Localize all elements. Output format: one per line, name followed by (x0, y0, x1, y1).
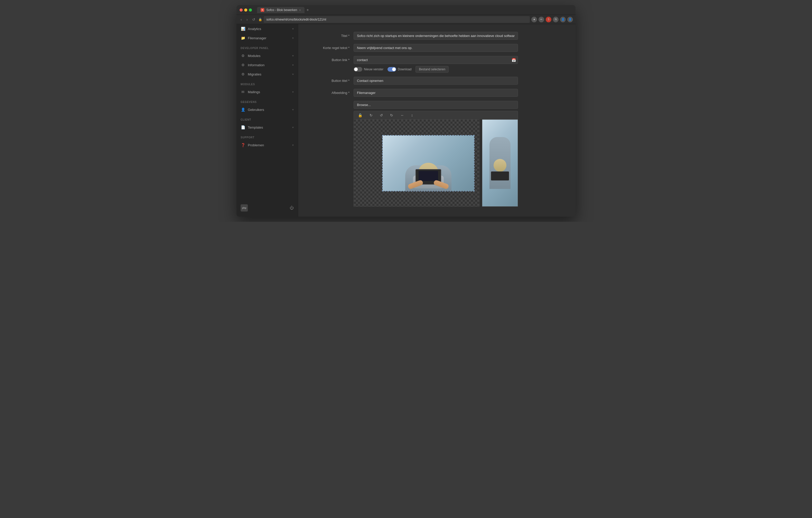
nieuw-venster-label: Nieuw venster (364, 67, 383, 71)
download-label: Download (398, 67, 411, 71)
sidebar-item-information[interactable]: ⚙ Information ▾ (236, 60, 298, 69)
sidebar-item-analytics[interactable]: 📊 Analytics ▾ (236, 24, 298, 33)
support-label: SUPPORT (236, 132, 298, 141)
afbeelding-label: Afbeelding * (309, 89, 349, 95)
titel-field (354, 32, 518, 40)
sidebar-gebruikers-label: Gebruikers (248, 108, 290, 112)
chevron-down-icon: ▾ (292, 63, 294, 67)
korte-regel-row: Korte regel tekst * (309, 44, 565, 52)
traffic-lights (240, 8, 252, 11)
forward-button[interactable]: › (245, 17, 249, 23)
lock-tool-button[interactable]: 🔒 (356, 113, 364, 118)
back-button[interactable]: ‹ (239, 17, 243, 23)
button-link-field: 📅 Nieuw venster Download Bestand selecte… (354, 56, 518, 73)
flip-tool-button[interactable]: ↔ (399, 113, 405, 118)
sidebar-filemanager-label: Filemanager (248, 36, 290, 40)
laptop-display (418, 171, 438, 181)
reload-button[interactable]: ↺ (251, 17, 257, 23)
button-titel-input[interactable] (354, 77, 518, 85)
browser-window: S Sofco - Blok bewerken × + ‹ › ↺ 🔒 ★ ✏ … (236, 5, 576, 217)
address-bar[interactable] (264, 16, 530, 23)
image-main-canvas[interactable] (354, 119, 480, 207)
sidebar-information-label: Information (248, 63, 290, 67)
sidebar-item-gebruikers[interactable]: 👤 Gebruikers ▾ (236, 105, 298, 114)
refresh-tool-button[interactable]: ↻ (368, 113, 374, 118)
chevron-down-icon: ▾ (292, 90, 294, 94)
edit-icon[interactable]: ✏ (539, 17, 544, 22)
image-canvas-area (354, 119, 518, 207)
lock-icon: 🔒 (258, 18, 262, 21)
korte-regel-field (354, 44, 518, 52)
gegevens-label: GEGEVENS (236, 96, 298, 105)
button-titel-field (354, 77, 518, 85)
nieuw-venster-toggle[interactable] (354, 67, 362, 71)
toolbar-icons: ★ ✏ S N 👤 👤 (531, 17, 573, 22)
user-icon-1[interactable]: S (546, 17, 551, 22)
minimize-traffic-light[interactable] (244, 8, 247, 11)
arrows-tool-button[interactable]: ↕ (410, 113, 414, 118)
image-editor: 🔒 ↻ ↺ ↻ ↔ ↕ (354, 111, 518, 207)
toggle-row: Nieuw venster Download Bestand selectere… (354, 66, 518, 73)
sidebar-templates-label: Templates (248, 125, 290, 129)
bookmark-icon[interactable]: ★ (531, 17, 537, 22)
chevron-down-icon: ▾ (292, 108, 294, 112)
maximize-traffic-light[interactable] (249, 8, 252, 11)
tab-close-icon[interactable]: × (299, 8, 301, 11)
photo-background (383, 135, 474, 191)
button-link-input[interactable] (354, 56, 518, 64)
modules-section-label: MODULES (236, 79, 298, 87)
sidebar-item-mailings[interactable]: ✉ Mailings ▾ (236, 87, 298, 96)
redo-tool-button[interactable]: ↻ (388, 113, 395, 118)
chevron-down-icon: ▾ (292, 73, 294, 76)
tab-title: Sofco - Blok bewerken (266, 8, 297, 12)
download-toggle[interactable] (387, 67, 396, 71)
sidebar: 📊 Analytics ▾ 📁 Filemanager ▾ DEVELOPER … (236, 24, 298, 217)
sidebar-item-templates[interactable]: 📄 Templates ▾ (236, 123, 298, 132)
korte-regel-input[interactable] (354, 44, 518, 52)
problemen-icon: ❓ (241, 143, 245, 147)
power-icon[interactable]: ⏻ (290, 206, 294, 210)
undo-tool-button[interactable]: ↺ (378, 113, 384, 118)
sidebar-modules-label: Modules (248, 54, 290, 58)
titel-input[interactable] (354, 32, 518, 40)
chevron-down-icon: ▾ (292, 27, 294, 31)
analytics-icon: 📊 (241, 26, 245, 31)
sidebar-footer: php ⏻ (236, 202, 298, 214)
sidebar-item-filemanager[interactable]: 📁 Filemanager ▾ (236, 33, 298, 42)
thumb-laptop (491, 172, 509, 180)
download-toggle-group: Download (387, 67, 411, 71)
chevron-down-icon: ▾ (292, 126, 294, 129)
gebruikers-icon: 👤 (241, 107, 245, 112)
migraties-icon: ⚙ (241, 72, 245, 77)
user-icon-3[interactable]: 👤 (567, 17, 573, 22)
browser-toolbar: ‹ › ↺ 🔒 ★ ✏ S N 👤 👤 (236, 15, 576, 24)
sidebar-item-modules[interactable]: ⚙ Modules ▾ (236, 51, 298, 60)
browse-row: Browse... (354, 101, 518, 109)
filemanager-icon: 📁 (241, 36, 245, 40)
extension-icon[interactable]: N (553, 17, 558, 22)
browser-titlebar: S Sofco - Blok bewerken × + (236, 5, 576, 15)
templates-icon: 📄 (241, 125, 245, 130)
client-label: CLIENT (236, 114, 298, 123)
button-link-input-wrapper: 📅 (354, 56, 518, 64)
image-thumbnail[interactable] (482, 119, 518, 207)
php-badge: php (241, 204, 248, 212)
sidebar-problemen-label: Problemen (248, 143, 290, 147)
button-link-label: Button link * (309, 56, 349, 62)
app-body: 📊 Analytics ▾ 📁 Filemanager ▾ DEVELOPER … (236, 24, 576, 217)
afbeelding-field (354, 89, 518, 97)
korte-regel-label: Korte regel tekst * (309, 44, 349, 50)
active-tab[interactable]: S Sofco - Blok bewerken × (257, 7, 304, 13)
user-icon-2[interactable]: 👤 (560, 17, 566, 22)
bestand-selecteren-button[interactable]: Bestand selecteren (415, 66, 448, 73)
tab-bar: S Sofco - Blok bewerken × + (257, 7, 572, 13)
calendar-icon-button[interactable]: 📅 (512, 58, 516, 62)
browse-button[interactable]: Browse... (354, 101, 518, 109)
mailings-icon: ✉ (241, 90, 245, 94)
close-traffic-light[interactable] (240, 8, 243, 11)
sidebar-item-migraties[interactable]: ⚙ Migraties ▾ (236, 69, 298, 79)
sidebar-analytics-label: Analytics (248, 27, 290, 31)
new-tab-button[interactable]: + (307, 8, 309, 12)
sidebar-item-problemen[interactable]: ❓ Problemen ▾ (236, 141, 298, 150)
afbeelding-input[interactable] (354, 89, 518, 97)
